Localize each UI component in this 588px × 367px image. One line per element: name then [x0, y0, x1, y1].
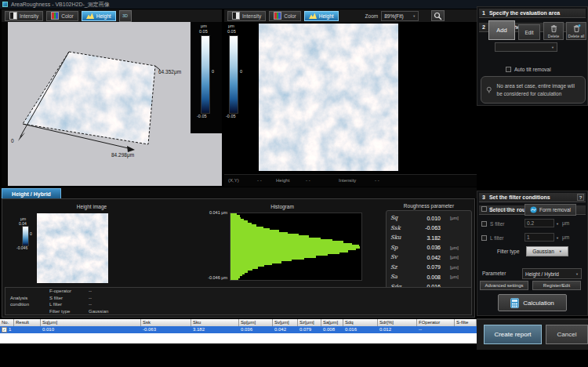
view3d-3d-button[interactable]: 3D: [119, 10, 132, 22]
edit-area-button[interactable]: Edit: [518, 24, 540, 40]
cancel-button[interactable]: Cancel: [546, 325, 588, 344]
status-height-value: - -: [306, 178, 310, 183]
magnifier-button[interactable]: [431, 10, 445, 21]
button-label: Height: [319, 13, 334, 19]
table-cell: 0.042: [273, 326, 298, 333]
roughness-row: Sq0.010[μm]: [387, 213, 471, 223]
view2d-color-button[interactable]: Color: [269, 11, 301, 21]
table-cell-no: ✓1: [0, 326, 14, 333]
advanced-settings-button[interactable]: Advanced settings: [480, 281, 528, 290]
table-header-cell[interactable]: Sz[μm]: [298, 319, 321, 326]
button-label: Intensity: [20, 13, 38, 19]
parameter-select[interactable]: Height / Hybrid ▼: [522, 268, 582, 279]
condition-row: F-operator--: [5, 288, 319, 295]
parameter-unit: [μm]: [450, 245, 459, 250]
zoom-label: Zoom: [365, 13, 379, 19]
table-header-cell[interactable]: Sq[μm]: [41, 319, 141, 326]
colorbar-mid: 0: [30, 231, 32, 236]
spinner-icon[interactable]: ▼: [556, 236, 559, 240]
tab-height-hybrid[interactable]: Height / Hybrid: [2, 188, 61, 198]
chevron-down-icon: ▼: [412, 14, 416, 18]
roughness-title: Roughness parameter: [386, 203, 472, 209]
histogram-chart: [230, 213, 362, 281]
colorbar-unit: μm: [201, 24, 207, 28]
table-header-cell[interactable]: FOperator: [417, 319, 455, 326]
roughness-row: Sv0.042[μm]: [387, 253, 471, 263]
results-table-row[interactable]: ✓10.010-0.0633.1820.0360.0420.0790.0080.…: [0, 326, 477, 333]
table-header-cell[interactable]: Sdq: [343, 319, 378, 326]
trash-all-icon: [572, 24, 581, 33]
table-header-cell[interactable]: Sku: [191, 319, 239, 326]
button-label: Create report: [494, 331, 531, 338]
table-header-cell[interactable]: Result: [14, 319, 41, 326]
add-area-button[interactable]: Add: [488, 20, 515, 40]
f-operator-checkbox[interactable]: [481, 206, 487, 212]
table-cell: --: [417, 326, 455, 333]
parameter-name: Ssk: [390, 225, 411, 231]
l-filter-checkbox[interactable]: [481, 235, 487, 241]
hint-box: No area set case, entire image will be c…: [481, 76, 586, 104]
lightbulb-icon: [486, 84, 492, 96]
colorbar-gradient: [22, 226, 29, 246]
status-intensity-label: Intensity: [339, 178, 356, 183]
zoom-select[interactable]: 89%(Fit) ▼: [381, 11, 419, 21]
filter-type-select[interactable]: Gaussian ▼: [526, 246, 568, 256]
height-image-thumbnail: [37, 213, 108, 283]
table-header-cell[interactable]: No.: [0, 319, 14, 326]
view2d-intensity-button[interactable]: Intensity: [227, 11, 266, 21]
axis-width-label: 64.352μm: [158, 69, 181, 74]
table-header-cell[interactable]: Sv[μm]: [273, 319, 298, 326]
roughness-row: Sku3.182: [387, 233, 471, 243]
filter-type-label: Filter type: [497, 249, 520, 254]
height-icon: [309, 13, 317, 19]
row-checkbox[interactable]: ✓: [2, 327, 7, 332]
window-title: AreaRoughness - VB102H2D-_測定画像: [11, 1, 110, 9]
calculator-icon: [510, 298, 519, 308]
table-cell: -0.063: [141, 326, 191, 333]
create-report-button[interactable]: Create report: [484, 325, 542, 344]
view3d-height-button[interactable]: Height: [82, 11, 116, 21]
delete-all-areas-button[interactable]: Delete all: [566, 22, 586, 40]
height-image-title: Height image: [49, 204, 135, 209]
help-button[interactable]: ?: [577, 194, 584, 201]
spinner-icon[interactable]: ▼: [556, 222, 559, 226]
results-table-header: No.ResultSq[μm]SskSkuSp[μm]Sv[μm]Sz[μm]S…: [0, 319, 477, 326]
l-filter-row: L filter: [481, 235, 503, 241]
s-filter-input[interactable]: [524, 219, 554, 227]
l-filter-input[interactable]: [524, 233, 554, 242]
table-header-cell[interactable]: Ssk: [141, 319, 191, 326]
view3d-intensity-button[interactable]: Intensity: [5, 11, 43, 21]
view3d-color-button[interactable]: Color: [46, 11, 78, 21]
parameter-value: 0.036: [411, 245, 441, 250]
filter-type-value: Gaussian: [532, 249, 554, 254]
table-header-cell[interactable]: S-filte: [455, 319, 477, 326]
colorbar-max: 0.05: [227, 29, 236, 34]
table-cell: 3.182: [191, 326, 239, 333]
axis-depth-label: 84.298μm: [111, 152, 134, 158]
button-label: Delete: [548, 34, 559, 38]
calculation-button[interactable]: Calculation: [498, 294, 567, 311]
area-list-select[interactable]: ▼: [495, 42, 557, 52]
auto-tilt-checkbox[interactable]: [506, 67, 511, 72]
view2d-height-button[interactable]: Height: [304, 11, 339, 21]
button-label: Advanced settings: [485, 283, 523, 288]
view2d-viewport[interactable]: μm 0.05 0 -0.05: [224, 22, 477, 174]
delete-area-button[interactable]: Delete: [543, 22, 564, 40]
histogram-min-label: -0.046 μm: [190, 275, 227, 280]
colorbar-gradient: [229, 35, 238, 114]
table-header-cell[interactable]: Sdr[%]: [378, 319, 417, 326]
register-edit-button[interactable]: Register/Edit: [532, 281, 581, 290]
trash-icon: [550, 24, 558, 33]
button-label: Calculation: [523, 300, 554, 307]
table-header-cell[interactable]: Sa[μm]: [321, 319, 343, 326]
table-header-cell[interactable]: Sp[μm]: [239, 319, 273, 326]
button-label: Height: [96, 13, 111, 19]
form-removal-button[interactable]: Form removal: [524, 204, 576, 216]
l-filter-label: L filter: [490, 235, 503, 241]
view3d-viewport[interactable]: 64.352μm 84.298μm 0 μm 0.05 0 -0.05: [2, 22, 222, 186]
view3d-toolbar: Intensity Color Height 3D: [2, 9, 222, 22]
parameter-value: 0.042: [411, 255, 441, 260]
view2d-status-bar: (X,Y) - - Height - - Intensity - -: [224, 174, 477, 187]
table-cell: [455, 326, 477, 333]
s-filter-checkbox[interactable]: [481, 221, 487, 227]
